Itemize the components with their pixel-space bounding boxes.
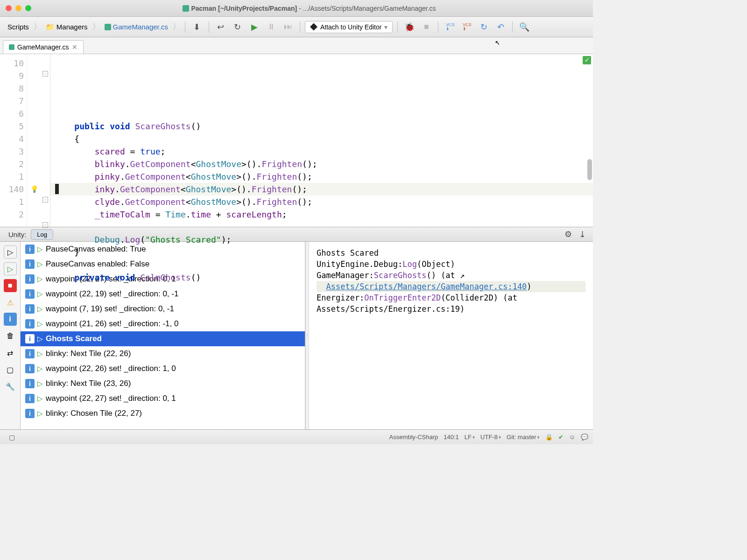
log-row[interactable]: i▷waypoint (22, 27) set! _direction: 0, … <box>21 391 305 406</box>
window-title: Pacman [~/UnityProjects/Pacman] - .../As… <box>31 5 587 12</box>
code-editor[interactable]: 10 9 8 7 6 5 4 3 2 1 140 1 2 💡 − − − pub… <box>0 54 593 227</box>
fold-handle[interactable]: − <box>42 197 48 203</box>
minimize-window-button[interactable] <box>15 5 21 11</box>
stop-filter-icon[interactable]: ■ <box>4 279 17 292</box>
title-bar: Pacman [~/UnityProjects/Pacman] - .../As… <box>0 0 593 17</box>
vcs-update-icon[interactable]: VCS⬇ <box>443 20 457 34</box>
status-git-branch[interactable]: Git: master♦ <box>507 434 540 441</box>
log-side-toolbar: ▷ ▷ ■ ⚠ i 🗑 ⇄ ▢ 🔧 <box>0 242 21 429</box>
step-button[interactable]: ⏭ <box>281 20 295 34</box>
window-controls <box>6 5 31 11</box>
play-icon: ▷ <box>37 305 43 313</box>
log-row[interactable]: i▷blinky: Next Tile (23, 26) <box>21 376 305 391</box>
log-row[interactable]: i▷waypoint (22, 19) set! _direction: 0, … <box>21 287 305 301</box>
info-icon: i <box>25 334 35 343</box>
status-assembly[interactable]: Assembly-CSharp <box>389 434 438 441</box>
info-icon: i <box>25 409 35 418</box>
tab-label: GameManager.cs <box>17 43 69 51</box>
tab-gamemanager[interactable]: GameManager.cs ✕ <box>3 40 84 54</box>
crumb-current-file[interactable]: GameManager.cs <box>101 21 172 33</box>
refresh-icon[interactable]: ↻ <box>231 20 245 34</box>
fold-handle[interactable]: − <box>42 71 48 77</box>
return-icon[interactable]: ↩ <box>214 20 228 34</box>
info-icon: i <box>25 349 35 358</box>
maximize-window-button[interactable] <box>25 5 31 11</box>
icon-gutter: 💡 <box>27 54 41 227</box>
play-icon: ▷ <box>37 260 43 268</box>
info-icon: i <box>25 259 35 269</box>
log-row[interactable]: i▷waypoint (7, 19) set! _direction: 0, -… <box>21 301 305 316</box>
tool-windows-icon[interactable]: ▢ <box>5 430 19 444</box>
info-icon: i <box>25 245 35 254</box>
status-encoding[interactable]: UTF-8♦ <box>480 434 501 441</box>
play-button[interactable]: ▶ <box>247 20 261 34</box>
play-icon: ▷ <box>37 379 43 388</box>
swap-icon[interactable]: ⇄ <box>4 346 17 359</box>
unity-icon <box>310 23 317 31</box>
undo-icon[interactable]: ↶ <box>493 20 507 34</box>
chevron-right-icon: 〉 <box>34 22 41 32</box>
close-tab-icon[interactable]: ✕ <box>72 43 78 51</box>
analysis-ok-icon[interactable]: ✔ <box>558 434 564 441</box>
debug-icon[interactable]: 🐞 <box>402 20 416 34</box>
lightbulb-icon[interactable]: 💡 <box>27 183 41 196</box>
inspector-face-icon[interactable]: ☺ <box>569 434 575 441</box>
info-icon: i <box>25 379 35 388</box>
run-icon[interactable]: ▷ <box>4 262 17 275</box>
chevron-down-icon: ▾ <box>384 23 388 31</box>
info-icon: i <box>25 274 35 284</box>
text-caret <box>55 184 59 194</box>
play-icon: ▷ <box>37 364 43 373</box>
warning-filter-icon[interactable]: ⚠ <box>4 296 17 309</box>
play-icon: ▷ <box>37 350 43 358</box>
expand-up-icon[interactable]: ▷ <box>4 245 17 259</box>
play-icon: ▷ <box>37 320 43 328</box>
layout-icon[interactable]: ▢ <box>4 363 17 376</box>
play-icon: ▷ <box>37 409 43 418</box>
vcs-commit-icon[interactable]: VCS⬆ <box>460 20 474 34</box>
fold-gutter[interactable]: − − − <box>41 54 50 227</box>
play-icon: ▷ <box>37 394 43 403</box>
toolbar: Scripts 〉 📁Managers 〉 GameManager.cs 〉 ⬇… <box>0 17 593 37</box>
chevron-right-icon: 〉 <box>173 22 180 32</box>
status-caret-pos[interactable]: 140:1 <box>444 434 459 441</box>
build-icon[interactable]: ⬇ <box>190 20 204 34</box>
log-row[interactable]: i▷waypoint (21, 26) set! _direction: -1,… <box>21 316 305 331</box>
log-row[interactable]: i▷waypoint (22, 26) set! _direction: 1, … <box>21 361 305 376</box>
cs-file-icon <box>9 44 14 50</box>
history-icon[interactable]: ↻ <box>477 20 491 34</box>
code-area[interactable]: public void ScareGhosts() { scared = tru… <box>50 54 593 227</box>
inspection-ok-icon[interactable]: ✓ <box>583 56 591 64</box>
info-icon: i <box>25 304 35 314</box>
log-row[interactable]: i▷blinky: Chosen Tile (22, 27) <box>21 406 305 421</box>
trash-icon[interactable]: 🗑 <box>4 329 17 343</box>
stop-icon[interactable]: ■ <box>419 20 433 34</box>
status-bar: ▢ Assembly-CSharp 140:1 LF♦ UTF-8♦ Git: … <box>0 429 593 444</box>
fold-handle[interactable]: − <box>42 222 48 228</box>
info-icon: i <box>25 364 35 373</box>
pause-button[interactable]: ⏸ <box>264 20 278 34</box>
play-icon: ▷ <box>37 335 43 343</box>
status-line-ending[interactable]: LF♦ <box>465 434 475 441</box>
info-filter-icon[interactable]: i <box>4 313 17 326</box>
log-row[interactable]: i▷blinky: Next Tile (22, 26) <box>21 346 305 361</box>
log-row[interactable]: i▷Ghosts Scared <box>21 331 305 346</box>
line-gutter[interactable]: 10 9 8 7 6 5 4 3 2 1 140 1 2 <box>0 54 27 227</box>
chevron-right-icon: 〉 <box>92 22 100 32</box>
folder-icon: 📁 <box>46 23 55 31</box>
panel-tabs: Log <box>31 229 53 240</box>
lock-icon[interactable]: 🔒 <box>545 434 553 441</box>
search-icon[interactable]: 🔍 <box>517 20 531 34</box>
crumb-scripts[interactable]: Scripts <box>4 21 33 33</box>
play-icon: ▷ <box>37 245 43 253</box>
wrench-icon[interactable]: 🔧 <box>4 380 17 393</box>
editor-tabs: GameManager.cs ✕ <box>0 37 593 54</box>
crumb-managers[interactable]: 📁Managers <box>42 21 92 33</box>
attach-dropdown[interactable]: Attach to Unity Editor ▾ <box>305 21 393 33</box>
log-tab[interactable]: Log <box>31 230 53 239</box>
close-window-button[interactable] <box>6 5 12 11</box>
play-icon: ▷ <box>37 290 43 298</box>
play-icon: ▷ <box>37 275 43 283</box>
info-icon: i <box>25 289 35 299</box>
feedback-icon[interactable]: 💬 <box>581 434 588 441</box>
